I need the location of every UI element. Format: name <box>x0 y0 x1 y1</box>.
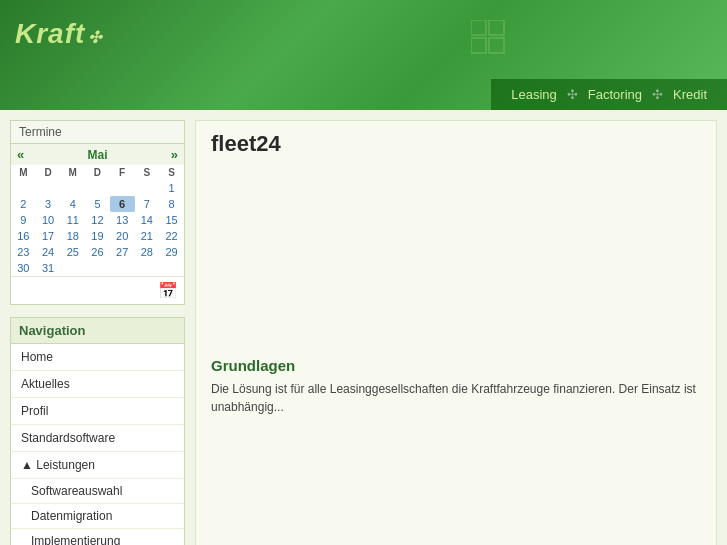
nav-item-7[interactable]: Implementierung <box>11 529 184 545</box>
calendar-day[interactable]: 11 <box>60 212 85 228</box>
calendar-widget: Termine « Mai » MDMDFSS 1234567891011121… <box>10 120 185 305</box>
calendar-day <box>85 260 110 276</box>
top-nav-bar: Leasing ✣ Factoring ✣ Kredit <box>491 79 727 110</box>
calendar-day[interactable]: 16 <box>11 228 36 244</box>
calendar-header: « Mai » <box>11 144 184 165</box>
calendar-day <box>36 180 61 196</box>
svg-rect-3 <box>489 38 504 53</box>
calendar-day <box>60 180 85 196</box>
calendar-day[interactable]: 25 <box>60 244 85 260</box>
nav-item-6[interactable]: Datenmigration <box>11 504 184 529</box>
calendar-day <box>85 180 110 196</box>
navigation-title: Navigation <box>11 318 184 344</box>
content-subtitle: Grundlagen <box>211 357 701 374</box>
calendar-week-row: 2345678 <box>11 196 184 212</box>
main-layout: Termine « Mai » MDMDFSS 1234567891011121… <box>0 110 727 545</box>
calendar-week-row: 1 <box>11 180 184 196</box>
content-body: Grundlagen Die Lösung ist für alle Leasi… <box>211 357 701 416</box>
calendar-prev-button[interactable]: « <box>17 147 24 162</box>
calendar-day[interactable]: 14 <box>135 212 160 228</box>
calendar-day[interactable]: 12 <box>85 212 110 228</box>
logo: Kraft✣ <box>15 18 102 50</box>
grid-icon <box>471 20 507 56</box>
calendar-day <box>11 180 36 196</box>
svg-rect-2 <box>471 38 486 53</box>
content-area: fleet24 Grundlagen Die Lösung ist für al… <box>195 120 717 545</box>
calendar-day[interactable]: 2 <box>11 196 36 212</box>
calendar-week-row: 3031 <box>11 260 184 276</box>
calendar-day[interactable]: 3 <box>36 196 61 212</box>
calendar-day[interactable]: 9 <box>11 212 36 228</box>
logo-cross-icon: ✣ <box>88 29 102 46</box>
calendar-day <box>135 260 160 276</box>
calendar-weekday: S <box>159 165 184 180</box>
header: Kraft✣ Leasing ✣ Factoring ✣ Kredit <box>0 0 727 110</box>
nav-item-1[interactable]: Aktuelles <box>11 371 184 398</box>
calendar-weekday: M <box>60 165 85 180</box>
calendar-day[interactable]: 8 <box>159 196 184 212</box>
nav-item-2[interactable]: Profil <box>11 398 184 425</box>
calendar-week-row: 9101112131415 <box>11 212 184 228</box>
calendar-day <box>60 260 85 276</box>
calendar-day[interactable]: 6 <box>110 196 135 212</box>
svg-rect-1 <box>489 20 504 35</box>
calendar-day[interactable]: 18 <box>60 228 85 244</box>
calendar-week-row: 16171819202122 <box>11 228 184 244</box>
svg-rect-0 <box>471 20 486 35</box>
sidebar: Termine « Mai » MDMDFSS 1234567891011121… <box>10 120 185 545</box>
calendar-day <box>110 260 135 276</box>
calendar-day[interactable]: 7 <box>135 196 160 212</box>
calendar-day[interactable]: 27 <box>110 244 135 260</box>
calendar-day[interactable]: 17 <box>36 228 61 244</box>
calendar-day[interactable]: 10 <box>36 212 61 228</box>
calendar-day[interactable]: 1 <box>159 180 184 196</box>
calendar-day[interactable]: 31 <box>36 260 61 276</box>
nav-item-0[interactable]: Home <box>11 344 184 371</box>
nav-sep-2: ✣ <box>652 87 663 102</box>
calendar-day[interactable]: 30 <box>11 260 36 276</box>
calendar-day[interactable]: 24 <box>36 244 61 260</box>
logo-text: Kraft <box>15 18 85 49</box>
calendar-month-label: Mai <box>87 148 107 162</box>
nav-item-4[interactable]: ▲ Leistungen <box>11 452 184 479</box>
nav-leasing[interactable]: Leasing <box>511 87 557 102</box>
calendar-week-row: 23242526272829 <box>11 244 184 260</box>
calendar-next-button[interactable]: » <box>171 147 178 162</box>
calendar-weekday: D <box>85 165 110 180</box>
calendar-footer: 📅 <box>11 276 184 304</box>
calendar-day[interactable]: 4 <box>60 196 85 212</box>
grid-svg <box>471 20 507 56</box>
calendar-day[interactable]: 21 <box>135 228 160 244</box>
calendar-day[interactable]: 28 <box>135 244 160 260</box>
calendar-day <box>135 180 160 196</box>
calendar-day[interactable]: 29 <box>159 244 184 260</box>
calendar-table: MDMDFSS 12345678910111213141516171819202… <box>11 165 184 276</box>
navigation-widget: Navigation HomeAktuellesProfilStandardso… <box>10 317 185 545</box>
calendar-day[interactable]: 26 <box>85 244 110 260</box>
calendar-weekday: F <box>110 165 135 180</box>
calendar-weekday: M <box>11 165 36 180</box>
nav-factoring[interactable]: Factoring <box>588 87 642 102</box>
nav-kredit[interactable]: Kredit <box>673 87 707 102</box>
page-title: fleet24 <box>211 131 701 157</box>
calendar-day <box>159 260 184 276</box>
calendar-day[interactable]: 22 <box>159 228 184 244</box>
calendar-day[interactable]: 5 <box>85 196 110 212</box>
calendar-title: Termine <box>11 121 184 144</box>
calendar-day <box>110 180 135 196</box>
calendar-day[interactable]: 13 <box>110 212 135 228</box>
calendar-day[interactable]: 19 <box>85 228 110 244</box>
calendar-weekday: S <box>135 165 160 180</box>
calendar-day[interactable]: 15 <box>159 212 184 228</box>
calendar-weekday-row: MDMDFSS <box>11 165 184 180</box>
calendar-day[interactable]: 20 <box>110 228 135 244</box>
calendar-weekday: D <box>36 165 61 180</box>
nav-item-3[interactable]: Standardsoftware <box>11 425 184 452</box>
calendar-icon[interactable]: 📅 <box>158 281 178 300</box>
calendar-body: 1234567891011121314151617181920212223242… <box>11 180 184 276</box>
nav-item-5[interactable]: Softwareauswahl <box>11 479 184 504</box>
nav-sep-1: ✣ <box>567 87 578 102</box>
content-text: Die Lösung ist für alle Leasinggesellsch… <box>211 380 701 416</box>
navigation-items: HomeAktuellesProfilStandardsoftware▲ Lei… <box>11 344 184 545</box>
calendar-day[interactable]: 23 <box>11 244 36 260</box>
